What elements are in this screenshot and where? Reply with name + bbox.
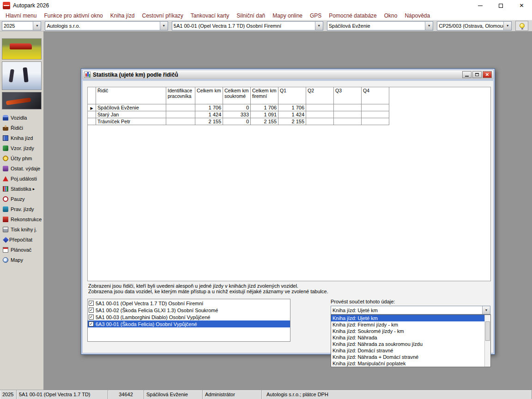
dropdown-arrow-icon[interactable]: ▼	[425, 22, 433, 30]
sidebar-item-poj-udalosti[interactable]: Poj.události	[0, 174, 43, 184]
vehicle-checkbox-item[interactable]: ✓ 6A3 00-01 (Škoda Felicia) Osobní Vypůj…	[88, 320, 290, 327]
vehicle-checkbox-item[interactable]: ✓ 5A1 00-02 (Škoda Felicia GLXI 1.3) Oso…	[88, 307, 290, 314]
row-selector-cell	[88, 118, 96, 125]
row-marker-icon: ▶	[90, 106, 93, 110]
checkbox-checked-icon[interactable]: ✓	[89, 314, 94, 320]
sidebar-item-mapy[interactable]: Mapy	[0, 255, 43, 265]
dropdown-option[interactable]: Kniha jízd: Ujeté km	[331, 315, 484, 321]
menu-kniha-jizd[interactable]: Kniha jízd	[107, 12, 139, 19]
vehicle-label: 6A3 00-01 (Škoda Felicia) Osobní Vypůjče…	[96, 321, 197, 327]
sidebar-item-rekonstrukce[interactable]: Rekonstrukce	[0, 214, 43, 224]
menu-hlavni-menu[interactable]: Hlavní menu	[2, 12, 40, 19]
dropdown-arrow-icon[interactable]: ▼	[482, 306, 490, 314]
sidebar-item-tisk-knihy[interactable]: Tisk knihy j.	[0, 224, 43, 235]
dropdown-arrow-icon[interactable]: ▼	[33, 22, 41, 30]
sidebar-item-vozidla[interactable]: Vozidla	[0, 113, 43, 123]
close-button[interactable]: ✕	[511, 0, 532, 11]
dropdown-option[interactable]: Kniha jízd: Náhrada za soukromou jízdu	[331, 341, 484, 347]
menu-okno[interactable]: Okno	[381, 12, 401, 19]
sidebar-item-label: Pauzy	[11, 196, 25, 202]
vehicle-checkbox-list: ✓ 5A1 00-01 (Opel Vectra 1.7 TD) Osobní …	[87, 299, 290, 342]
table-row[interactable]: Starý Jan 1 424 333 1 091 1 424	[88, 111, 389, 118]
menu-gps[interactable]: GPS	[306, 12, 325, 19]
sum-field-select[interactable]: Kniha jízd: Ujeté km ▼	[331, 306, 490, 314]
table-row[interactable]: Trávníček Petr 2 155 0 2 155 2 155	[88, 118, 389, 125]
child-close-button[interactable]: ✕	[483, 71, 492, 78]
status-bar: 2025 5A1 00-01 (Opel Vectra 1.7 TD) 3464…	[0, 390, 532, 399]
table-row[interactable]: ▶ Spáčilová Evženie 1 706 0 1 706 1 706	[88, 104, 389, 111]
vehicle-checkbox-item[interactable]: ✓ 5A1 00-01 (Opel Vectra 1.7 TD) Osobní …	[88, 300, 290, 307]
vehicle-checkbox-item[interactable]: ✓ 5A1 00-03 (Lamborghini Diablo) Osobní …	[88, 314, 290, 320]
sidebar-item-ridici[interactable]: Řidiči	[0, 123, 43, 133]
app-window: Autopark 2026 ✕ Hlavní menu Funkce pro a…	[0, 0, 532, 399]
status-year: 2025	[0, 390, 17, 399]
column-header: Celkem km soukromé	[223, 87, 251, 104]
sidebar-item-prepocitat[interactable]: Přepočítat	[0, 235, 43, 245]
sidebar-item-label: Tisk knihy j.	[11, 227, 37, 232]
menu-funkce-pro-aktivni-okno[interactable]: Funkce pro aktivní okno	[40, 12, 106, 19]
sidebar-item-ostat-vydaje[interactable]: Ostat. výdaje	[0, 163, 43, 174]
driver-select[interactable]: Spáčilová Evženie ▼	[327, 21, 434, 30]
maximize-button[interactable]	[490, 0, 511, 11]
table-cell: 2 155	[251, 118, 278, 125]
scrollbar-thumb[interactable]	[485, 321, 490, 341]
checkbox-checked-icon[interactable]: ✓	[89, 301, 94, 306]
child-minimize-button[interactable]	[462, 71, 472, 78]
dropdown-option[interactable]: Kniha jízd: Náhrada + Domácí stravné	[331, 354, 484, 360]
vehicle-select[interactable]: 5A1 00-01 (Opel Vectra 1.7 TD) Osobní Fi…	[172, 21, 323, 30]
trip-command-select[interactable]: CP25/003 (Ostrava, Olomouc ▼	[437, 21, 512, 30]
dropdown-arrow-icon[interactable]: ▼	[315, 22, 323, 30]
company-select[interactable]: Autologis s.r.o. ▼	[45, 21, 168, 30]
statistics-window: Statistika (ujeté km) podle řidičů ✕	[81, 68, 495, 355]
sidebar-item-pauzy[interactable]: Pauzy	[0, 194, 43, 204]
table-cell: Starý Jan	[96, 111, 166, 118]
sidebar-item-label: Řidiči	[11, 125, 23, 131]
menu-tankovaci-karty[interactable]: Tankovací karty	[187, 12, 233, 19]
statistics-chart-icon	[3, 186, 8, 192]
column-header: Celkem km	[195, 87, 223, 104]
column-header: Celkem km firemní	[251, 87, 278, 104]
toolbar: 2025 ▼ Autologis s.r.o. ▼ 5A1 00-01 (Ope…	[0, 20, 532, 31]
menu-cestovni-prikazy[interactable]: Cestovní příkazy	[138, 12, 187, 19]
checkbox-checked-icon[interactable]: ✓	[89, 308, 94, 313]
sidebar-item-planovac[interactable]: Plánovač	[0, 245, 43, 255]
sidebar-item-kniha-jizd[interactable]: Kniha jízd	[0, 133, 43, 143]
sidebar-item-ucty-phm[interactable]: Účty phm	[0, 153, 43, 163]
child-maximize-button[interactable]	[472, 71, 482, 78]
sidebar-item-vzor-jizdy[interactable]: Vzor. jízdy	[0, 143, 43, 153]
car-icon	[3, 115, 8, 121]
stats-table-panel: Řidič Identifikace pracovníka Celkem km …	[87, 87, 491, 281]
dropdown-option[interactable]: Kniha jízd: Náhrada	[331, 334, 484, 341]
dropdown-option[interactable]: Kniha jízd: Firemní jízdy - km	[331, 321, 484, 328]
menu-napoveda[interactable]: Nápověda	[401, 12, 434, 19]
dropdown-option[interactable]: Kniha jízd: Soukromé jízdy - km	[331, 328, 484, 334]
dropdown-scrollbar[interactable]	[484, 315, 490, 367]
menu-bar: Hlavní menu Funkce pro aktivní okno Knih…	[0, 11, 532, 20]
dropdown-option[interactable]: Kniha jízd: Domácí stravné	[331, 347, 484, 354]
minimize-button[interactable]	[470, 0, 490, 11]
close-icon: ✕	[519, 3, 524, 8]
menu-pomocne-databaze[interactable]: Pomocné databáze	[325, 12, 380, 19]
tip-button[interactable]	[515, 21, 528, 31]
table-cell: 333	[223, 111, 251, 118]
dropdown-arrow-icon[interactable]: ▼	[160, 22, 168, 30]
checkbox-checked-icon[interactable]: ✓	[89, 321, 94, 326]
menu-silnicni-dan[interactable]: Silniční daň	[233, 12, 269, 19]
maps-globe-icon	[3, 257, 8, 263]
year-select[interactable]: 2025 ▼	[2, 21, 41, 30]
sidebar-menu: Vozidla Řidiči Kniha jízd Vzor. jízdy Úč…	[0, 113, 43, 265]
sidebar-item-statistika[interactable]: Statistika▸	[0, 184, 43, 194]
child-maximize-icon	[475, 73, 479, 76]
table-cell	[166, 111, 195, 118]
child-window-titlebar[interactable]: Statistika (ujeté km) podle řidičů ✕	[82, 70, 494, 79]
window-controls: ✕	[470, 0, 532, 11]
menu-mapy-online[interactable]: Mapy online	[269, 12, 306, 19]
statistics-window-icon	[84, 72, 91, 78]
table-cell	[334, 111, 362, 118]
dropdown-option[interactable]: Kniha jízd: Manipulační poplatek	[331, 360, 484, 367]
sidebar-item-prav-jizdy[interactable]: Prav. jízdy	[0, 204, 43, 214]
table-cell	[306, 118, 334, 125]
table-cell: 1 091	[251, 111, 278, 118]
dropdown-arrow-icon[interactable]: ▼	[503, 22, 511, 30]
driver-value: Spáčilová Evženie	[327, 22, 425, 30]
